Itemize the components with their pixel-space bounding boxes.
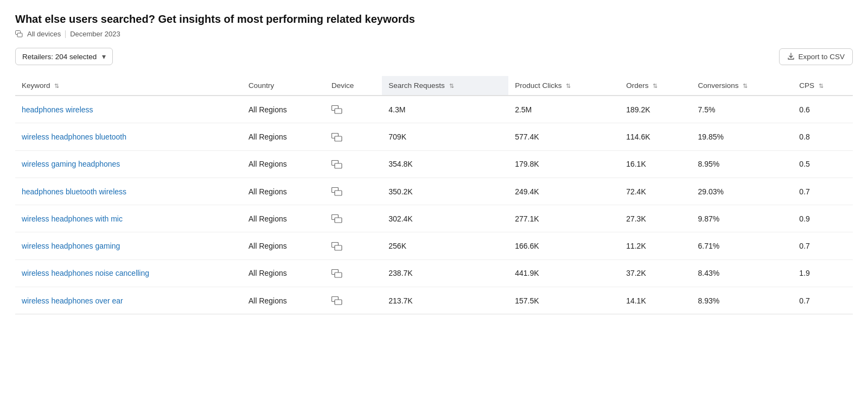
keyword-sort-icon: ⇅: [54, 83, 59, 90]
cell-device: [325, 123, 382, 150]
cell-orders: 11.2K: [620, 232, 691, 260]
device-icon: [331, 269, 342, 278]
search-requests-sort-icon: ⇅: [449, 83, 454, 90]
device-icon: [331, 133, 342, 142]
keyword-link[interactable]: wireless headphones bluetooth: [22, 132, 126, 141]
cell-cps: 0.7: [793, 178, 853, 205]
product-clicks-sort-icon: ⇅: [566, 83, 571, 90]
col-conversions[interactable]: Conversions ⇅: [692, 76, 793, 96]
table-row: wireless headphones with mic All Regions…: [15, 205, 853, 232]
cell-cps: 1.9: [793, 260, 853, 287]
cell-search-requests: 213.7K: [382, 287, 508, 314]
col-orders-label: Orders: [626, 81, 648, 90]
table-row: headphones bluetooth wireless All Region…: [15, 178, 853, 205]
col-device[interactable]: Device: [325, 76, 382, 96]
cell-product-clicks: 179.8K: [508, 150, 620, 178]
cell-device: [325, 150, 382, 178]
cell-country: All Regions: [242, 123, 325, 150]
cell-orders: 37.2K: [620, 260, 691, 287]
cell-conversions: 6.71%: [692, 232, 793, 260]
col-orders[interactable]: Orders ⇅: [620, 76, 691, 96]
cell-search-requests: 4.3M: [382, 96, 508, 123]
col-cps-label: CPS: [799, 81, 814, 90]
cell-product-clicks: 2.5M: [508, 96, 620, 123]
retailer-dropdown[interactable]: Retailers: 204 selected ▾: [15, 48, 113, 65]
svg-rect-3: [335, 109, 342, 113]
cell-device: [325, 205, 382, 232]
toolbar-row: Retailers: 204 selected ▾ Export to CSV: [15, 48, 853, 65]
cell-country: All Regions: [242, 96, 325, 123]
cell-conversions: 19.85%: [692, 123, 793, 150]
cell-conversions: 8.95%: [692, 150, 793, 178]
cell-cps: 0.9: [793, 205, 853, 232]
cps-sort-icon: ⇅: [819, 83, 824, 90]
cell-country: All Regions: [242, 260, 325, 287]
cell-country: All Regions: [242, 232, 325, 260]
keyword-link[interactable]: headphones wireless: [22, 105, 93, 114]
table-row: wireless headphones bluetooth All Region…: [15, 123, 853, 150]
header-row: Keyword ⇅ Country Device Search Requests…: [15, 76, 853, 96]
col-conversions-label: Conversions: [698, 81, 739, 90]
device-icon: [331, 214, 342, 223]
cell-cps: 0.5: [793, 150, 853, 178]
cell-keyword[interactable]: wireless headphones gaming: [15, 232, 242, 260]
cell-orders: 189.2K: [620, 96, 691, 123]
device-icon: [331, 187, 342, 196]
cell-search-requests: 709K: [382, 123, 508, 150]
cell-conversions: 9.87%: [692, 205, 793, 232]
cell-cps: 0.7: [793, 287, 853, 314]
cell-keyword[interactable]: wireless headphones over ear: [15, 287, 242, 314]
cell-country: All Regions: [242, 287, 325, 314]
device-icon: [331, 242, 342, 251]
cell-cps: 0.7: [793, 232, 853, 260]
table-row: wireless headphones noise cancelling All…: [15, 260, 853, 287]
cell-keyword[interactable]: wireless gaming headphones: [15, 150, 242, 178]
keyword-table: Keyword ⇅ Country Device Search Requests…: [15, 76, 853, 314]
device-icon: [331, 105, 342, 114]
device-icon: [331, 296, 342, 305]
cell-keyword[interactable]: wireless headphones noise cancelling: [15, 260, 242, 287]
col-country-label: Country: [248, 81, 274, 90]
keyword-link[interactable]: wireless headphones gaming: [22, 242, 120, 250]
cell-orders: 114.6K: [620, 123, 691, 150]
col-product-clicks[interactable]: Product Clicks ⇅: [508, 76, 620, 96]
retailer-label: Retailers: 204 selected: [22, 53, 97, 61]
cell-keyword[interactable]: headphones bluetooth wireless: [15, 178, 242, 205]
cell-conversions: 8.93%: [692, 287, 793, 314]
cell-keyword[interactable]: headphones wireless: [15, 96, 242, 123]
col-cps[interactable]: CPS ⇅: [793, 76, 853, 96]
cell-country: All Regions: [242, 178, 325, 205]
col-keyword-label: Keyword: [22, 81, 50, 90]
conversions-sort-icon: ⇅: [743, 83, 748, 90]
svg-rect-9: [335, 191, 342, 195]
col-country[interactable]: Country: [242, 76, 325, 96]
cell-device: [325, 178, 382, 205]
subtitle-divider: [65, 30, 66, 38]
cell-conversions: 29.03%: [692, 178, 793, 205]
cell-product-clicks: 577.4K: [508, 123, 620, 150]
export-button[interactable]: Export to CSV: [779, 48, 853, 65]
cell-orders: 27.3K: [620, 205, 691, 232]
keyword-link[interactable]: headphones bluetooth wireless: [22, 187, 126, 196]
keyword-link[interactable]: wireless headphones noise cancelling: [22, 269, 149, 277]
cell-search-requests: 302.4K: [382, 205, 508, 232]
orders-sort-icon: ⇅: [653, 83, 658, 90]
keyword-link[interactable]: wireless headphones with mic: [22, 214, 123, 223]
col-keyword[interactable]: Keyword ⇅: [15, 76, 242, 96]
col-search-requests[interactable]: Search Requests ⇅: [382, 76, 508, 96]
keyword-link[interactable]: wireless headphones over ear: [22, 296, 123, 305]
cell-product-clicks: 249.4K: [508, 178, 620, 205]
svg-rect-5: [335, 136, 342, 141]
cell-country: All Regions: [242, 205, 325, 232]
cell-keyword[interactable]: wireless headphones bluetooth: [15, 123, 242, 150]
cell-country: All Regions: [242, 150, 325, 178]
table-row: headphones wireless All Regions 4.3M 2.5…: [15, 96, 853, 123]
cell-conversions: 8.43%: [692, 260, 793, 287]
col-search-requests-label: Search Requests: [388, 81, 445, 90]
keyword-link[interactable]: wireless gaming headphones: [22, 160, 120, 168]
cell-search-requests: 256K: [382, 232, 508, 260]
table-header: Keyword ⇅ Country Device Search Requests…: [15, 76, 853, 96]
cell-keyword[interactable]: wireless headphones with mic: [15, 205, 242, 232]
subtitle-date: December 2023: [70, 30, 120, 38]
svg-rect-11: [335, 218, 342, 223]
